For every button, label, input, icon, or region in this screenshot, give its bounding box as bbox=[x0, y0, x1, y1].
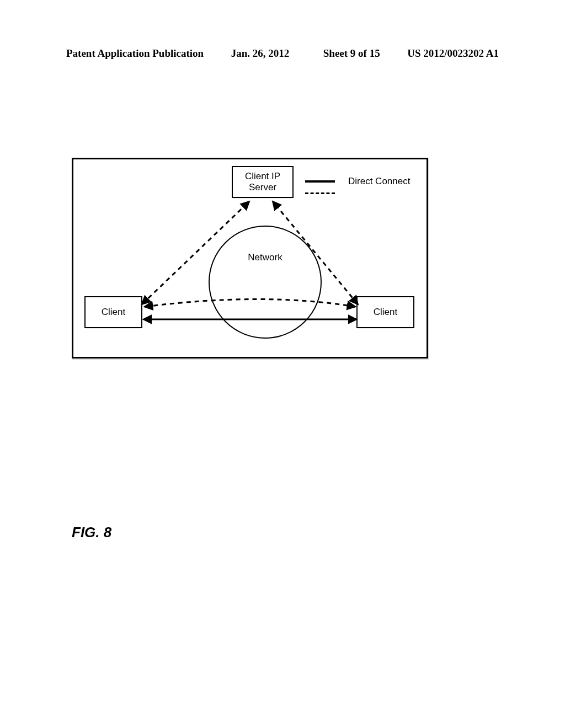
network-label: Network bbox=[248, 252, 282, 263]
client-left-label: Client bbox=[102, 307, 125, 318]
server-label: Client IP Server bbox=[245, 171, 280, 194]
header-date: Jan. 26, 2012 bbox=[231, 47, 290, 60]
legend-row-direct: Direct Connect bbox=[305, 176, 415, 187]
header-left: Patent Application Publication bbox=[66, 47, 204, 60]
network-circle: Network bbox=[209, 226, 322, 339]
header-pubno: US 2012/0023202 A1 bbox=[407, 47, 499, 60]
legend-swatch-dashed-icon bbox=[305, 192, 335, 194]
legend: Direct Connect bbox=[305, 176, 415, 200]
figure-caption: FIG. 8 bbox=[72, 524, 111, 541]
legend-row-other bbox=[305, 192, 415, 194]
legend-swatch-solid-icon bbox=[305, 180, 335, 183]
legend-label-direct: Direct Connect bbox=[348, 176, 410, 187]
page-header: Patent Application Publication Jan. 26, … bbox=[0, 47, 565, 60]
server-box: Client IP Server bbox=[232, 166, 294, 198]
figure-frame: Client IP Server Client Client Network D… bbox=[72, 158, 428, 358]
client-left-box: Client bbox=[84, 296, 142, 328]
client-right-box: Client bbox=[356, 296, 414, 328]
client-right-label: Client bbox=[374, 307, 397, 318]
header-sheet: Sheet 9 of 15 bbox=[317, 47, 380, 60]
